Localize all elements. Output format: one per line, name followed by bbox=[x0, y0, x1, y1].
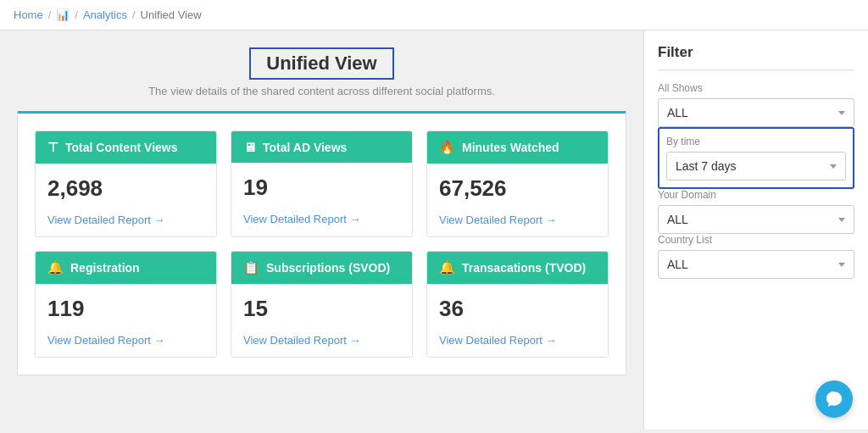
filter-select-by-time[interactable]: Last 7 days bbox=[666, 152, 846, 180]
card-subscriptions-svod: 📋 Subscriptions (SVOD) 15 View Detailed … bbox=[231, 251, 413, 358]
card-body-transactions-tvod: 36 View Detailed Report → bbox=[427, 284, 608, 357]
card-body-minutes-watched: 67,526 View Detailed Report → bbox=[427, 164, 608, 236]
card-header-transactions-tvod: 🔔 Transacations (TVOD) bbox=[427, 252, 608, 284]
card-header-total-content-views: ⊤ Total Content Views bbox=[36, 131, 216, 164]
filters-container: All Shows ALL By time Last 7 days Your D… bbox=[658, 82, 854, 279]
card-title-minutes-watched: Minutes Watched bbox=[462, 141, 559, 154]
filter-group-your-domain: Your Domain ALL bbox=[658, 189, 854, 234]
card-link-transactions-tvod[interactable]: View Detailed Report → bbox=[439, 334, 596, 347]
card-value-registration: 119 bbox=[47, 296, 204, 322]
filter-label-country-list: Country List bbox=[658, 234, 854, 246]
card-icon-transactions-tvod: 🔔 bbox=[439, 260, 455, 275]
card-header-total-ad-views: 🖥 Total AD Views bbox=[231, 131, 412, 163]
card-icon-subscriptions-svod: 📋 bbox=[243, 260, 259, 275]
card-registration: 🔔 Registration 119 View Detailed Report … bbox=[35, 251, 217, 358]
card-value-minutes-watched: 67,526 bbox=[439, 175, 596, 202]
filter-label-your-domain: Your Domain bbox=[658, 189, 854, 201]
page-title-area: Unified View The view details of the sha… bbox=[17, 47, 626, 97]
card-header-subscriptions-svod: 📋 Subscriptions (SVOD) bbox=[231, 252, 412, 284]
breadcrumb-current: Unified View bbox=[141, 8, 202, 21]
card-value-total-ad-views: 19 bbox=[243, 175, 400, 201]
card-link-total-content-views[interactable]: View Detailed Report → bbox=[47, 214, 204, 226]
breadcrumb-home[interactable]: Home bbox=[14, 8, 43, 21]
card-body-total-content-views: 2,698 View Detailed Report → bbox=[36, 164, 216, 236]
cards-container: ⊤ Total Content Views 2,698 View Detaile… bbox=[17, 111, 626, 375]
page-title: Unified View bbox=[249, 47, 393, 80]
card-icon-registration: 🔔 bbox=[47, 260, 64, 275]
card-link-registration[interactable]: View Detailed Report → bbox=[47, 334, 204, 347]
breadcrumb-sep2: / bbox=[75, 8, 78, 21]
card-icon-total-ad-views: 🖥 bbox=[243, 140, 256, 154]
card-total-ad-views: 🖥 Total AD Views 19 View Detailed Report… bbox=[231, 130, 413, 237]
card-body-subscriptions-svod: 15 View Detailed Report → bbox=[231, 284, 412, 357]
card-body-registration: 119 View Detailed Report → bbox=[36, 284, 216, 357]
card-header-minutes-watched: 🔥 Minutes Watched bbox=[427, 131, 608, 164]
main-layout: Unified View The view details of the sha… bbox=[0, 31, 868, 430]
card-value-subscriptions-svod: 15 bbox=[243, 296, 400, 322]
card-transactions-tvod: 🔔 Transacations (TVOD) 36 View Detailed … bbox=[426, 251, 609, 358]
filter-select-all-shows[interactable]: ALL bbox=[658, 98, 854, 127]
analytics-icon: 📊 bbox=[56, 8, 70, 21]
page-subtitle: The view details of the shared content a… bbox=[17, 85, 626, 97]
card-icon-minutes-watched: 🔥 bbox=[439, 140, 455, 155]
card-link-minutes-watched[interactable]: View Detailed Report → bbox=[439, 214, 596, 226]
card-title-subscriptions-svod: Subscriptions (SVOD) bbox=[266, 261, 390, 275]
filter-select-your-domain[interactable]: ALL bbox=[658, 205, 854, 234]
card-link-subscriptions-svod[interactable]: View Detailed Report → bbox=[243, 334, 400, 347]
breadcrumb-sep1: / bbox=[48, 8, 52, 21]
card-icon-total-content-views: ⊤ bbox=[47, 140, 58, 155]
cards-grid: ⊤ Total Content Views 2,698 View Detaile… bbox=[35, 130, 609, 358]
card-title-registration: Registration bbox=[70, 261, 140, 275]
card-value-transactions-tvod: 36 bbox=[439, 296, 596, 322]
filter-group-country-list: Country List ALL bbox=[658, 234, 854, 279]
filter-select-country-list[interactable]: ALL bbox=[658, 250, 854, 279]
filter-group-by-time: By time Last 7 days bbox=[658, 127, 854, 189]
card-link-total-ad-views[interactable]: View Detailed Report → bbox=[243, 213, 400, 225]
filter-label-by-time: By time bbox=[666, 136, 846, 147]
filter-group-all-shows: All Shows ALL bbox=[658, 82, 854, 127]
breadcrumb-sep3: / bbox=[132, 8, 136, 21]
sidebar-title: Filter bbox=[658, 44, 854, 70]
card-header-registration: 🔔 Registration bbox=[36, 252, 216, 284]
card-minutes-watched: 🔥 Minutes Watched 67,526 View Detailed R… bbox=[426, 130, 609, 237]
main-content: Unified View The view details of the sha… bbox=[0, 31, 643, 430]
breadcrumb: Home / 📊 / Analytics / Unified View bbox=[0, 0, 868, 31]
sidebar: Filter All Shows ALL By time Last 7 days… bbox=[643, 31, 868, 430]
card-value-total-content-views: 2,698 bbox=[47, 175, 204, 202]
card-total-content-views: ⊤ Total Content Views 2,698 View Detaile… bbox=[35, 130, 217, 237]
filter-label-all-shows: All Shows bbox=[658, 82, 854, 94]
card-body-total-ad-views: 19 View Detailed Report → bbox=[231, 163, 412, 236]
chat-button[interactable] bbox=[815, 380, 853, 418]
card-title-total-ad-views: Total AD Views bbox=[263, 141, 347, 154]
card-title-transactions-tvod: Transacations (TVOD) bbox=[462, 261, 586, 275]
breadcrumb-analytics[interactable]: Analytics bbox=[83, 8, 127, 21]
card-title-total-content-views: Total Content Views bbox=[65, 141, 178, 154]
